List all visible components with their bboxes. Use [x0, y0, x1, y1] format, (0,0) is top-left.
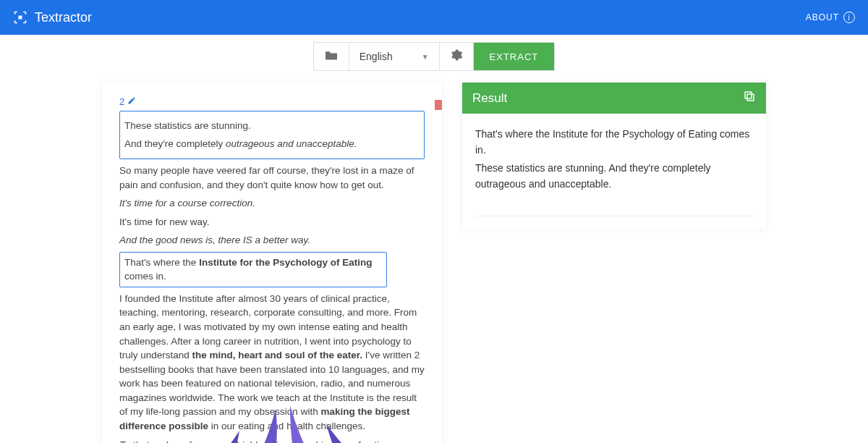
main-area: 2 These statistics are stunning. And the…	[0, 83, 868, 443]
info-icon: i	[843, 12, 855, 23]
language-select[interactable]: English ▼	[349, 43, 440, 70]
selection-box-2[interactable]: That's where the Institute for the Psych…	[119, 252, 387, 287]
language-value: English	[359, 51, 393, 62]
app-logo-icon	[13, 10, 27, 25]
copy-icon[interactable]	[743, 90, 756, 106]
extract-button[interactable]: EXTRACT	[474, 43, 555, 70]
doc-paragraph: So many people have veered far off cours…	[119, 164, 425, 192]
settings-button[interactable]	[440, 43, 474, 70]
toolbar: English ▼ EXTRACT	[313, 42, 556, 71]
brand-title: Textractor	[35, 10, 92, 25]
result-line: That's where the Institute for the Psych…	[475, 127, 753, 158]
sel1-line1: These statistics are stunning.	[124, 119, 420, 133]
sel1-line2: And they're completely outrageous and un…	[124, 137, 420, 151]
pencil-icon	[127, 96, 136, 109]
doc-paragraph: It's time for new way.	[119, 215, 425, 229]
brand: Textractor	[13, 10, 92, 25]
background-flower-image	[102, 387, 442, 443]
selection-box-1[interactable]: These statistics are stunning. And they'…	[119, 111, 425, 159]
about-link[interactable]: ABOUT i	[806, 12, 855, 23]
gear-icon	[450, 48, 463, 64]
selection-header[interactable]: 2	[119, 96, 425, 109]
svg-rect-0	[19, 16, 22, 20]
doc-paragraph: And the good news is, there IS a better …	[119, 233, 425, 248]
toolbar-container: English ▼ EXTRACT	[0, 35, 868, 83]
svg-rect-3	[745, 92, 752, 98]
result-title: Result	[472, 91, 507, 106]
document-panel: 2 These statistics are stunning. And the…	[102, 83, 442, 443]
chevron-down-icon: ▼	[422, 53, 429, 61]
folder-icon	[324, 49, 339, 64]
selection-number: 2	[119, 96, 124, 109]
result-line: These statistics are stunning. And they'…	[475, 161, 753, 192]
about-label: ABOUT	[806, 12, 839, 22]
result-panel: Result That's where the Institute for th…	[462, 83, 766, 229]
divider	[475, 216, 753, 216]
result-header: Result	[462, 83, 766, 114]
topbar: Textractor ABOUT i	[0, 0, 868, 35]
doc-paragraph: It's time for a course correction.	[119, 196, 425, 211]
svg-rect-2	[747, 94, 754, 101]
open-file-button[interactable]	[314, 43, 349, 70]
delete-selection-icon[interactable]	[435, 100, 442, 110]
result-text: That's where the Institute for the Psych…	[462, 114, 766, 206]
